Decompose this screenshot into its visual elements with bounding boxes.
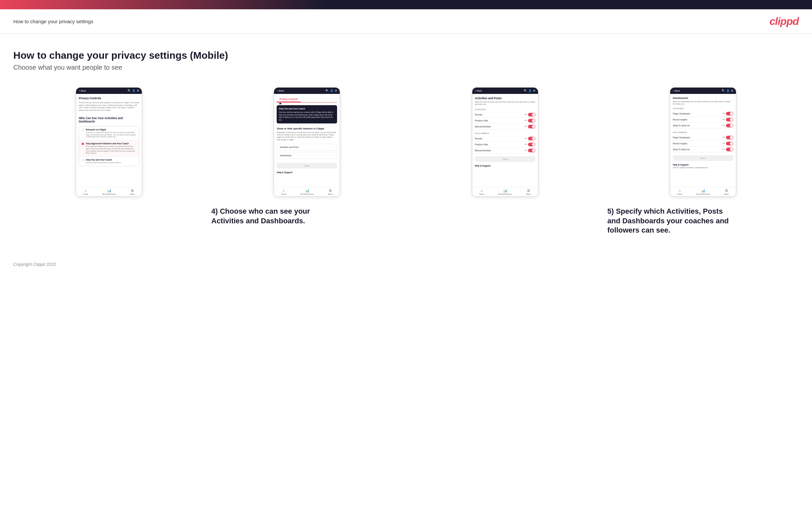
- menu-icon-4: ☰: [725, 189, 728, 192]
- roundinsights-coaches-toggle[interactable]: [726, 118, 733, 121]
- radio-dot-approved: [82, 143, 84, 145]
- performance-icon-3: 📊: [503, 189, 507, 192]
- settings-icon[interactable]: ⚙: [137, 89, 139, 92]
- nav-home-3[interactable]: ⌂ Home: [479, 189, 484, 195]
- manual-followers-toggle[interactable]: [528, 149, 536, 152]
- bottom-nav-2: ⌂ Home 📊 My Performance ☰ Menu: [274, 187, 340, 196]
- nav-home-2[interactable]: ⌂ Home: [281, 189, 286, 195]
- toggle-manual-coaches: Manual Activities ON: [475, 124, 536, 130]
- menu-icon: ☰: [131, 189, 134, 192]
- dashboards-menu[interactable]: Dashboards ›: [276, 152, 337, 159]
- nav-menu-2[interactable]: ☰ Menu: [328, 189, 333, 195]
- perf-label-4: My Performance: [697, 193, 710, 195]
- nav-menu-1[interactable]: ☰ Menu: [130, 189, 135, 195]
- perf-label-2: My Performance: [301, 193, 314, 195]
- workOn-coaches-label: What To Work On: [673, 124, 690, 127]
- save-btn-2[interactable]: Save: [276, 163, 337, 169]
- phone-body-4: Dashboards Select the dashboards that yo…: [670, 94, 736, 187]
- activities-posts-menu[interactable]: Activities and Posts ›: [276, 144, 337, 151]
- main-content: How to change your privacy settings (Mob…: [0, 34, 812, 255]
- rounds-coaches-toggle[interactable]: [528, 113, 536, 116]
- radio-only-you[interactable]: Only You and Your Coach Only you and the…: [79, 157, 139, 166]
- settings-icon-2[interactable]: ⚙: [335, 89, 337, 92]
- profile-icon-2[interactable]: 👤: [330, 89, 334, 92]
- settings-icon-3[interactable]: ⚙: [533, 89, 536, 92]
- search-icon-3[interactable]: 🔍: [524, 89, 527, 92]
- dashboards-label: Dashboards: [280, 154, 291, 157]
- save-btn-4[interactable]: Save: [673, 155, 733, 161]
- toggle-workOn-coaches: What To Work On ON: [673, 123, 733, 129]
- menu-label-2: Menu: [328, 193, 333, 195]
- drills-followers-toggle[interactable]: [528, 143, 536, 146]
- search-icon-4[interactable]: 🔍: [722, 89, 725, 92]
- radio-everyone[interactable]: Everyone on Clippd Everyone on Clippd ca…: [79, 126, 139, 140]
- nav-menu-4[interactable]: ☰ Menu: [724, 189, 729, 195]
- workOn-followers-toggle[interactable]: [726, 148, 733, 151]
- back-btn-1[interactable]: < Back: [79, 90, 86, 92]
- save-btn-3[interactable]: Save: [475, 156, 536, 162]
- help-support-4: Help & Support: [673, 164, 733, 166]
- search-icon[interactable]: 🔍: [128, 89, 131, 92]
- toggle-roundinsights-followers: Round Insights ON: [673, 141, 733, 147]
- back-btn-2[interactable]: < Back: [276, 90, 284, 92]
- phone-screen4: < Back 🔍 👤 ⚙ Dashboards Select the dashb…: [670, 87, 736, 197]
- phone-screen1: < Back 🔍 👤 ⚙ Privacy Controls Control ho…: [76, 87, 142, 197]
- tab-privacy[interactable]: Privacy Controls: [276, 97, 301, 102]
- screen4-col: < Back 🔍 👤 ⚙ Dashboards Select the dashb…: [607, 87, 799, 197]
- bottom-nav-1: ⌂ Home 📊 My Performance ☰ Menu: [76, 187, 142, 196]
- nav-perf-3[interactable]: 📊 My Performance: [499, 189, 512, 195]
- nav-perf-4[interactable]: 📊 My Performance: [697, 189, 710, 195]
- radio-approved[interactable]: Only Approved Followers and Your Coach O…: [79, 140, 139, 157]
- search-icon-2[interactable]: 🔍: [325, 89, 329, 92]
- manual-followers-label: Manual Activities: [475, 149, 491, 152]
- profile-icon-3[interactable]: 👤: [528, 89, 532, 92]
- rounds-followers-label: Rounds: [475, 137, 482, 140]
- roundinsights-followers-toggle[interactable]: [726, 142, 733, 145]
- nav-perf-1[interactable]: 📊 My Performance: [102, 189, 115, 195]
- tab-bar-2: Privacy Controls: [276, 97, 337, 103]
- profile-icon[interactable]: 👤: [132, 89, 136, 92]
- tooltip-title: Only You and Your Coach: [278, 107, 335, 110]
- activities-posts-label: Activities and Posts: [280, 146, 298, 148]
- show-hide-desc: Regardless of the privacy controls that …: [276, 131, 337, 141]
- back-btn-4[interactable]: < Back: [673, 90, 680, 92]
- nav-home-1[interactable]: ⌂ Home: [83, 189, 88, 195]
- nav-icons-1: 🔍 👤 ⚙: [128, 89, 139, 92]
- playerdash-followers-toggle[interactable]: [726, 136, 733, 139]
- settings-icon-4[interactable]: ⚙: [731, 89, 733, 92]
- phone-body-2: Privacy Controls Only You and Your Coach…: [274, 94, 340, 187]
- playerdash-coaches-toggle[interactable]: [726, 112, 733, 115]
- toggle-rounds-followers: Rounds ON: [475, 136, 536, 142]
- radio-dot-only-you: [82, 159, 84, 161]
- home-icon-3: ⌂: [480, 189, 483, 192]
- logo: clippd: [769, 15, 799, 27]
- nav-icons-4: 🔍 👤 ⚙: [722, 89, 733, 92]
- menu-label-3: Menu: [526, 193, 531, 195]
- show-hide-title: Show or hide specific features in Clippd: [276, 127, 337, 130]
- bottom-nav-4: ⌂ Home 📊 My Performance ☰ Menu: [670, 187, 736, 196]
- arrow-icon-1: ›: [334, 146, 335, 149]
- phone-body-3: Activities and Posts Select the types of…: [472, 94, 538, 187]
- drills-coaches-toggle[interactable]: [528, 119, 536, 122]
- top-bar: [0, 0, 812, 9]
- rounds-coaches-on: ON: [524, 113, 527, 115]
- rounds-followers-toggle[interactable]: [528, 137, 536, 140]
- perf-label-3: My Performance: [499, 193, 512, 195]
- back-btn-3[interactable]: < Back: [475, 90, 482, 92]
- home-icon-4: ⌂: [679, 189, 681, 192]
- radio-text-only-you: Only You and Your Coach Only you and the…: [86, 159, 121, 164]
- home-label: Home: [83, 193, 88, 195]
- profile-icon-4[interactable]: 👤: [726, 89, 730, 92]
- page-subheading: Choose what you want people to see: [13, 64, 799, 71]
- followers-label-3: FOLLOWERS: [475, 132, 536, 134]
- toggle-roundinsights-coaches: Round Insights ON: [673, 117, 733, 123]
- workOn-coaches-toggle[interactable]: [726, 124, 733, 127]
- nav-perf-2[interactable]: 📊 My Performance: [301, 189, 314, 195]
- screen3-col: < Back 🔍 👤 ⚙ Activities and Posts Select…: [409, 87, 601, 197]
- nav-home-4[interactable]: ⌂ Home: [677, 189, 682, 195]
- nav-menu-3[interactable]: ☰ Menu: [526, 189, 531, 195]
- manual-coaches-toggle[interactable]: [528, 125, 536, 128]
- phone-nav-2: < Back 🔍 👤 ⚙: [274, 88, 340, 94]
- manual-coaches-on: ON: [524, 125, 527, 127]
- privacy-controls-title: Privacy Controls: [79, 97, 139, 100]
